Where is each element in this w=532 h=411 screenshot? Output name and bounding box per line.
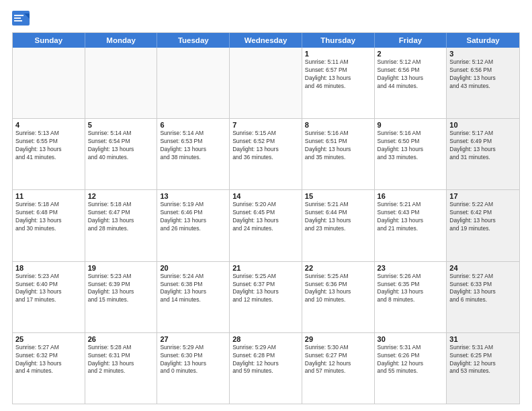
logo-icon	[12, 11, 31, 27]
header-cell-friday: Friday	[375, 33, 447, 48]
day-number: 6	[160, 121, 226, 129]
day-number: 2	[378, 50, 444, 58]
calendar-row-1: 1Sunrise: 5:11 AMSunset: 6:57 PMDaylight…	[13, 48, 519, 119]
calendar-cell: 14Sunrise: 5:20 AMSunset: 6:45 PMDayligh…	[230, 190, 302, 261]
calendar-cell: 28Sunrise: 5:29 AMSunset: 6:28 PMDayligh…	[230, 333, 302, 404]
cell-info: Sunrise: 5:30 AMSunset: 6:27 PMDaylight:…	[305, 344, 371, 376]
calendar-cell: 24Sunrise: 5:27 AMSunset: 6:33 PMDayligh…	[447, 262, 519, 332]
day-number: 14	[232, 192, 299, 200]
page: SundayMondayTuesdayWednesdayThursdayFrid…	[0, 0, 532, 411]
calendar-cell: 2Sunrise: 5:12 AMSunset: 6:56 PMDaylight…	[375, 48, 447, 118]
calendar-cell: 1Sunrise: 5:11 AMSunset: 6:57 PMDaylight…	[302, 48, 375, 118]
calendar-cell: 15Sunrise: 5:21 AMSunset: 6:44 PMDayligh…	[302, 190, 375, 261]
calendar-cell: 7Sunrise: 5:15 AMSunset: 6:52 PMDaylight…	[230, 119, 302, 189]
calendar-header: SundayMondayTuesdayWednesdayThursdayFrid…	[13, 33, 519, 48]
calendar-cell: 21Sunrise: 5:25 AMSunset: 6:37 PMDayligh…	[230, 262, 302, 332]
cell-info: Sunrise: 5:18 AMSunset: 6:47 PMDaylight:…	[88, 201, 154, 233]
calendar-cell: 20Sunrise: 5:24 AMSunset: 6:38 PMDayligh…	[157, 262, 230, 332]
day-number: 29	[305, 335, 371, 343]
calendar-cell: 19Sunrise: 5:23 AMSunset: 6:39 PMDayligh…	[85, 262, 158, 332]
cell-info: Sunrise: 5:16 AMSunset: 6:50 PMDaylight:…	[378, 130, 444, 162]
cell-info: Sunrise: 5:28 AMSunset: 6:31 PMDaylight:…	[88, 344, 154, 376]
calendar-cell: 5Sunrise: 5:14 AMSunset: 6:54 PMDaylight…	[85, 119, 158, 189]
header-cell-sunday: Sunday	[13, 33, 85, 48]
cell-info: Sunrise: 5:13 AMSunset: 6:55 PMDaylight:…	[15, 130, 82, 162]
calendar-cell: 10Sunrise: 5:17 AMSunset: 6:49 PMDayligh…	[447, 119, 519, 189]
day-number: 11	[15, 192, 82, 200]
calendar-cell: 27Sunrise: 5:29 AMSunset: 6:30 PMDayligh…	[157, 333, 230, 404]
calendar-cell: 26Sunrise: 5:28 AMSunset: 6:31 PMDayligh…	[85, 333, 158, 404]
day-number: 22	[305, 264, 371, 272]
calendar-row-5: 25Sunrise: 5:27 AMSunset: 6:32 PMDayligh…	[13, 333, 519, 404]
day-number: 17	[449, 192, 517, 200]
day-number: 28	[232, 335, 299, 343]
day-number: 21	[232, 264, 299, 272]
day-number: 27	[160, 335, 226, 343]
cell-info: Sunrise: 5:23 AMSunset: 6:39 PMDaylight:…	[88, 273, 154, 305]
calendar: SundayMondayTuesdayWednesdayThursdayFrid…	[12, 32, 520, 404]
header-cell-thursday: Thursday	[302, 33, 375, 48]
cell-info: Sunrise: 5:16 AMSunset: 6:51 PMDaylight:…	[305, 130, 371, 162]
day-number: 12	[88, 192, 154, 200]
calendar-cell: 3Sunrise: 5:12 AMSunset: 6:56 PMDaylight…	[447, 48, 519, 118]
calendar-cell: 17Sunrise: 5:22 AMSunset: 6:42 PMDayligh…	[447, 190, 519, 261]
cell-info: Sunrise: 5:12 AMSunset: 6:56 PMDaylight:…	[449, 58, 517, 91]
day-number: 8	[305, 121, 371, 129]
day-number: 30	[378, 335, 444, 343]
cell-info: Sunrise: 5:15 AMSunset: 6:52 PMDaylight:…	[232, 130, 299, 162]
calendar-body: 1Sunrise: 5:11 AMSunset: 6:57 PMDaylight…	[13, 48, 519, 404]
calendar-cell: 31Sunrise: 5:31 AMSunset: 6:25 PMDayligh…	[447, 333, 519, 404]
calendar-cell: 13Sunrise: 5:19 AMSunset: 6:46 PMDayligh…	[157, 190, 230, 261]
day-number: 31	[449, 335, 517, 343]
day-number: 23	[378, 264, 444, 272]
calendar-cell: 9Sunrise: 5:16 AMSunset: 6:50 PMDaylight…	[375, 119, 447, 189]
cell-info: Sunrise: 5:18 AMSunset: 6:48 PMDaylight:…	[15, 201, 82, 233]
cell-info: Sunrise: 5:29 AMSunset: 6:30 PMDaylight:…	[160, 344, 226, 376]
cell-info: Sunrise: 5:27 AMSunset: 6:33 PMDaylight:…	[449, 273, 517, 305]
cell-info: Sunrise: 5:25 AMSunset: 6:36 PMDaylight:…	[305, 273, 371, 305]
calendar-cell: 30Sunrise: 5:31 AMSunset: 6:26 PMDayligh…	[375, 333, 447, 404]
day-number: 25	[15, 335, 82, 343]
header-cell-wednesday: Wednesday	[230, 33, 302, 48]
cell-info: Sunrise: 5:11 AMSunset: 6:57 PMDaylight:…	[305, 58, 371, 91]
cell-info: Sunrise: 5:21 AMSunset: 6:44 PMDaylight:…	[305, 201, 371, 233]
day-number: 19	[88, 264, 154, 272]
calendar-cell: 4Sunrise: 5:13 AMSunset: 6:55 PMDaylight…	[13, 119, 85, 189]
cell-info: Sunrise: 5:21 AMSunset: 6:43 PMDaylight:…	[378, 201, 444, 233]
calendar-row-2: 4Sunrise: 5:13 AMSunset: 6:55 PMDaylight…	[13, 119, 519, 190]
calendar-cell: 25Sunrise: 5:27 AMSunset: 6:32 PMDayligh…	[13, 333, 85, 404]
day-number: 16	[378, 192, 444, 200]
calendar-cell: 18Sunrise: 5:23 AMSunset: 6:40 PMDayligh…	[13, 262, 85, 332]
day-number: 7	[232, 121, 299, 129]
svg-rect-4	[14, 20, 22, 21]
cell-info: Sunrise: 5:23 AMSunset: 6:40 PMDaylight:…	[15, 273, 82, 305]
calendar-cell: 8Sunrise: 5:16 AMSunset: 6:51 PMDaylight…	[302, 119, 375, 189]
cell-info: Sunrise: 5:26 AMSunset: 6:35 PMDaylight:…	[378, 273, 444, 305]
day-number: 26	[88, 335, 154, 343]
cell-info: Sunrise: 5:25 AMSunset: 6:37 PMDaylight:…	[232, 273, 299, 305]
cell-info: Sunrise: 5:12 AMSunset: 6:56 PMDaylight:…	[378, 58, 444, 91]
cell-info: Sunrise: 5:31 AMSunset: 6:26 PMDaylight:…	[378, 344, 444, 376]
cell-info: Sunrise: 5:20 AMSunset: 6:45 PMDaylight:…	[232, 201, 299, 233]
day-number: 20	[160, 264, 226, 272]
cell-info: Sunrise: 5:14 AMSunset: 6:54 PMDaylight:…	[88, 130, 154, 162]
calendar-cell: 29Sunrise: 5:30 AMSunset: 6:27 PMDayligh…	[302, 333, 375, 404]
header-cell-saturday: Saturday	[447, 33, 519, 48]
day-number: 10	[449, 121, 517, 129]
svg-rect-3	[14, 17, 21, 19]
calendar-row-3: 11Sunrise: 5:18 AMSunset: 6:48 PMDayligh…	[13, 190, 519, 261]
cell-info: Sunrise: 5:27 AMSunset: 6:32 PMDaylight:…	[15, 344, 82, 376]
day-number: 15	[305, 192, 371, 200]
svg-rect-2	[14, 15, 24, 16]
logo	[12, 11, 34, 27]
calendar-cell	[157, 48, 230, 118]
cell-info: Sunrise: 5:29 AMSunset: 6:28 PMDaylight:…	[232, 344, 299, 376]
day-number: 4	[15, 121, 82, 129]
cell-info: Sunrise: 5:14 AMSunset: 6:53 PMDaylight:…	[160, 130, 226, 162]
header-cell-tuesday: Tuesday	[157, 33, 230, 48]
calendar-cell: 6Sunrise: 5:14 AMSunset: 6:53 PMDaylight…	[157, 119, 230, 189]
calendar-cell	[85, 48, 158, 118]
calendar-cell: 16Sunrise: 5:21 AMSunset: 6:43 PMDayligh…	[375, 190, 447, 261]
day-number: 1	[305, 50, 371, 58]
header-row	[12, 11, 520, 27]
